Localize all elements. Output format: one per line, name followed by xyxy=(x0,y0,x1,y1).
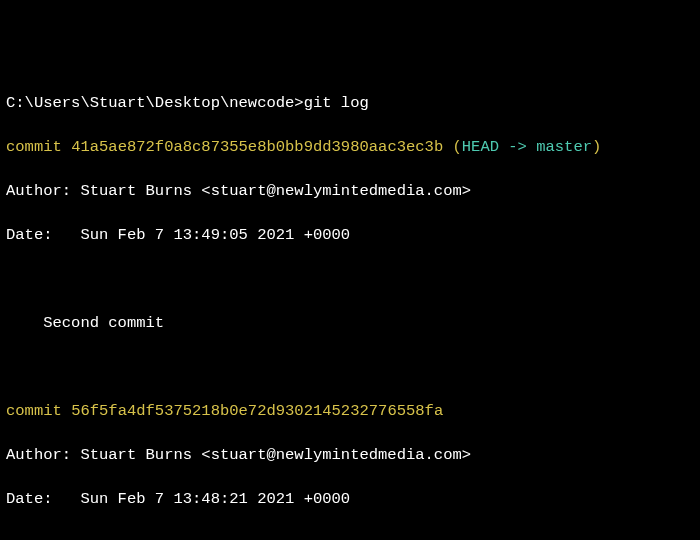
blank xyxy=(6,268,694,290)
commit-label: commit xyxy=(6,402,71,420)
paren-close: ) xyxy=(592,138,601,156)
msg-second: Second commit xyxy=(6,312,694,334)
commit-hash-initial: 56f5fa4df5375218b0e72d9302145232776558fa xyxy=(71,402,443,420)
commit-hash-second: 41a5ae872f0a8c87355e8b0bb9dd3980aac3ec3b xyxy=(71,138,443,156)
date-initial: Date: Sun Feb 7 13:48:21 2021 +0000 xyxy=(6,488,694,510)
branch-name: master xyxy=(536,138,592,156)
paren-open: ( xyxy=(443,138,462,156)
head-ref: HEAD -> xyxy=(462,138,536,156)
commit-line-initial: commit 56f5fa4df5375218b0e72d93021452327… xyxy=(6,400,694,422)
prompt-path: C:\Users\Stuart\Desktop\newcode> xyxy=(6,94,304,112)
prompt-line-1[interactable]: C:\Users\Stuart\Desktop\newcode>git log xyxy=(6,92,694,114)
command-gitlog-1: git log xyxy=(304,94,369,112)
author-initial: Author: Stuart Burns <stuart@newlyminted… xyxy=(6,444,694,466)
commit-line-second: commit 41a5ae872f0a8c87355e8b0bb9dd3980a… xyxy=(6,136,694,158)
date-second: Date: Sun Feb 7 13:49:05 2021 +0000 xyxy=(6,224,694,246)
author-second: Author: Stuart Burns <stuart@newlyminted… xyxy=(6,180,694,202)
blank xyxy=(6,532,694,540)
commit-label: commit xyxy=(6,138,71,156)
blank xyxy=(6,356,694,378)
